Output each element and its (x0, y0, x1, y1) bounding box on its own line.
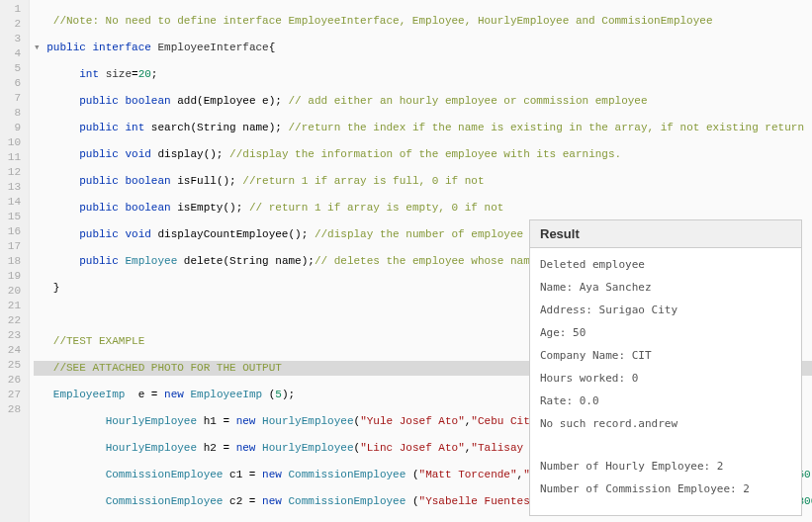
line-number: 21 (4, 299, 21, 313)
line-number: 22 (4, 313, 21, 328)
number: 20 (138, 68, 151, 80)
result-panel: Result Deleted employee Name: Aya Sanche… (529, 219, 802, 516)
line-number: 11 (4, 150, 21, 165)
line-number: 10 (4, 135, 21, 150)
line-number: 13 (4, 180, 21, 195)
comment: //Note: No need to define interface Empl… (53, 15, 713, 27)
line-number: 19 (4, 269, 21, 284)
line-gutter: 1 2 3 4 5 6 7 8 9 10 11 12 13 14 15 16 1… (0, 0, 30, 522)
line-number: 7 (4, 91, 21, 106)
result-line: Name: Aya Sanchez (540, 281, 791, 294)
line-number: 16 (4, 224, 21, 239)
code-line[interactable]: public boolean add(Employee e); // add e… (34, 94, 812, 109)
result-line: Company Name: CIT (540, 349, 791, 362)
fold-icon[interactable]: ▾ (34, 42, 41, 53)
line-number: 9 (4, 121, 21, 135)
line-number: 12 (4, 165, 21, 180)
line-number: 1 (4, 2, 21, 17)
line-number: 3 (4, 32, 21, 46)
result-spacer (540, 440, 791, 450)
line-number: 24 (4, 343, 21, 358)
keyword: int (79, 68, 99, 80)
brace: { (269, 42, 276, 53)
result-line: Number of Hourly Employee: 2 (540, 460, 791, 473)
code-line[interactable]: int size=20; (34, 67, 812, 82)
result-line: No such record.andrew (540, 417, 791, 430)
code-line[interactable]: public boolean isFull(); //return 1 if a… (34, 174, 812, 189)
identifier: EmployeeInterface (157, 42, 268, 53)
result-line: Address: Surigao City (540, 304, 791, 316)
line-number: 14 (4, 195, 21, 210)
line-number: 20 (4, 284, 21, 299)
code-line[interactable]: public void display(); //display the inf… (34, 147, 812, 162)
line-number: 8 (4, 106, 21, 121)
identifier: size (106, 68, 132, 80)
code-line[interactable]: public boolean isEmpty(); // return 1 if… (34, 201, 812, 216)
result-line: Age: 50 (540, 326, 791, 339)
keyword: public (46, 42, 86, 53)
line-number: 17 (4, 239, 21, 254)
code-line[interactable]: public int search(String name); //return… (34, 121, 812, 135)
result-line: Number of Commission Employee: 2 (540, 482, 791, 495)
keyword: interface (92, 42, 150, 53)
line-number: 18 (4, 254, 21, 269)
line-number: 6 (4, 76, 21, 91)
line-number: 26 (4, 373, 21, 388)
line-number: 27 (4, 388, 21, 402)
line-number: 23 (4, 328, 21, 343)
line-number: 28 (4, 402, 21, 417)
result-line: Hours worked: 0 (540, 372, 791, 385)
line-number: 5 (4, 61, 21, 76)
result-line: Rate: 0.0 (540, 394, 791, 407)
line-number: 2 (4, 17, 21, 32)
result-line: Deleted employee (540, 258, 791, 271)
code-line[interactable]: //Note: No need to define interface Empl… (34, 14, 812, 29)
line-number: 15 (4, 210, 21, 224)
result-title: Result (530, 220, 801, 248)
line-number: 4 (4, 46, 21, 61)
code-line[interactable]: ▾ public interface EmployeeInterface{ (34, 41, 812, 55)
line-number: 25 (4, 358, 21, 373)
result-body: Deleted employee Name: Aya Sanchez Addre… (530, 248, 801, 515)
